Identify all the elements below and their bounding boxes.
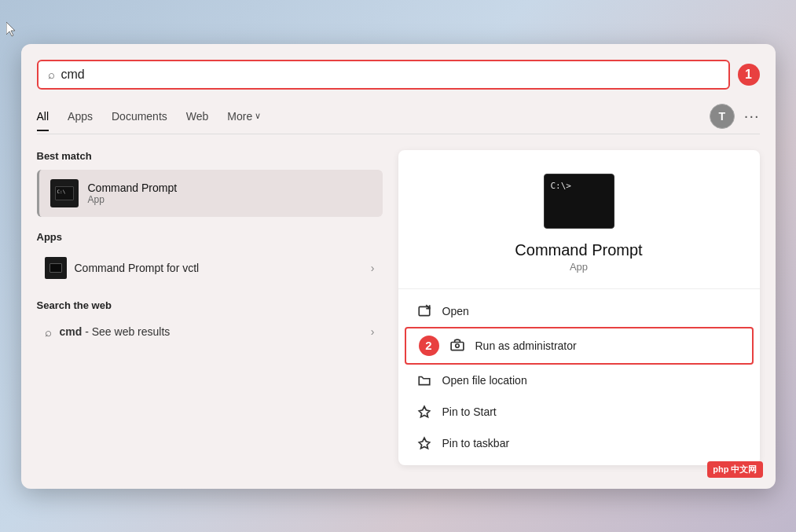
right-panel-title: Command Prompt [515, 241, 642, 259]
cmd-icon-inner [55, 186, 74, 200]
see-web-label: - See web results [85, 325, 170, 338]
pin-taskbar-label: Pin to taskbar [442, 437, 510, 449]
avatar[interactable]: T [710, 104, 735, 129]
action-open-file-location[interactable]: Open file location [398, 365, 760, 396]
action-pin-start[interactable]: Pin to Start [398, 396, 760, 427]
right-panel-sub: App [570, 261, 588, 273]
tabs-right: T ··· [710, 104, 760, 129]
pin-taskbar-icon [417, 436, 431, 450]
chevron-down-icon: ∨ [255, 111, 261, 121]
web-search-text: cmd - See web results [60, 325, 171, 338]
best-match-title: Best match [37, 150, 383, 162]
search-panel: ⌕ 1 All Apps Documents Web More ∨ T ··· … [21, 44, 776, 489]
open-label: Open [442, 305, 469, 317]
tab-documents[interactable]: Documents [112, 107, 167, 126]
web-search-icon: ⌕ [45, 325, 52, 339]
tab-apps[interactable]: Apps [68, 107, 93, 126]
tabs-left: All Apps Documents Web More ∨ [37, 107, 262, 126]
pin-start-icon [417, 405, 431, 419]
open-file-location-label: Open file location [442, 374, 527, 387]
pin-start-label: Pin to Start [442, 405, 497, 418]
cmd-icon-large [50, 179, 79, 207]
folder-icon [417, 373, 431, 387]
cursor-pointer [6, 22, 19, 35]
cmd-icon-sm [45, 257, 67, 279]
admin-icon [450, 339, 464, 353]
search-input-wrapper[interactable]: ⌕ [37, 60, 730, 90]
svg-point-2 [455, 343, 459, 347]
open-icon [417, 304, 431, 318]
best-match-name: Command Prompt [88, 182, 178, 194]
tab-all[interactable]: All [37, 107, 50, 126]
tab-more-label: More [227, 110, 252, 123]
best-match-text: Command Prompt App [88, 182, 178, 205]
web-section: Search the web ⌕ cmd - See web results › [37, 299, 383, 345]
app-row-vctl[interactable]: Command Prompt for vctl › [37, 251, 383, 285]
right-panel: Command Prompt App Open [398, 150, 760, 465]
tab-web[interactable]: Web [186, 107, 209, 126]
apps-title: Apps [37, 231, 383, 243]
best-match-item[interactable]: Command Prompt App [37, 170, 383, 217]
search-input[interactable] [61, 68, 719, 82]
apps-section: Apps Command Prompt for vctl › [37, 231, 383, 285]
badge-1: 1 [738, 64, 760, 86]
tab-more[interactable]: More ∨ [227, 107, 261, 126]
app-row-left: Command Prompt for vctl [45, 257, 200, 279]
php-watermark: php 中文网 [707, 461, 762, 478]
action-open[interactable]: Open [398, 295, 760, 327]
more-options-button[interactable]: ··· [744, 107, 760, 125]
search-bar-row: ⌕ 1 [37, 60, 760, 90]
action-pin-taskbar[interactable]: Pin to taskbar [398, 427, 760, 459]
left-panel: Best match Command Prompt App Apps [37, 150, 398, 465]
right-icon-area: Command Prompt App [398, 150, 760, 289]
right-actions: Open 2 Run as administrator [398, 289, 760, 465]
web-row-left: ⌕ cmd - See web results [45, 325, 171, 339]
badge-2: 2 [419, 336, 439, 356]
tabs-row: All Apps Documents Web More ∨ T ··· [37, 104, 760, 134]
big-cmd-icon [544, 174, 614, 229]
app-vctl-name: Command Prompt for vctl [75, 262, 200, 274]
search-icon: ⌕ [48, 68, 55, 81]
web-search-row[interactable]: ⌕ cmd - See web results › [37, 319, 383, 345]
web-title: Search the web [37, 299, 383, 311]
chevron-right-icon: › [371, 262, 375, 274]
best-match-sub: App [88, 194, 178, 205]
main-content: Best match Command Prompt App Apps [37, 150, 760, 465]
action-run-admin[interactable]: 2 Run as administrator [405, 327, 754, 365]
web-chevron-icon: › [371, 325, 375, 338]
run-admin-label: Run as administrator [475, 339, 577, 352]
